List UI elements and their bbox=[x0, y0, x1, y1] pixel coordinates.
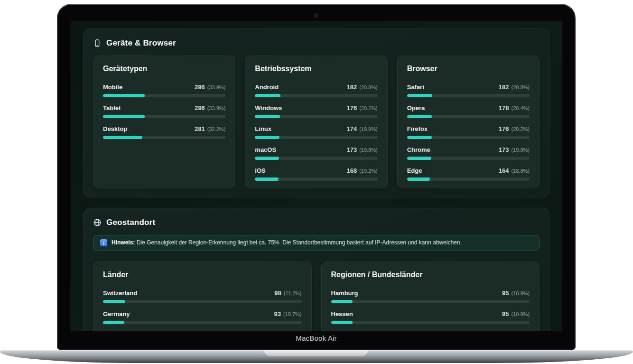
stat-value: 296 bbox=[195, 104, 205, 112]
card-rows: Android 182(20.8%) Windows 176(20.2%) Li… bbox=[255, 83, 377, 181]
progress-bar-fill bbox=[407, 177, 430, 181]
stat-label: Windows bbox=[255, 104, 282, 112]
section-title: Geostandort bbox=[106, 218, 155, 227]
progress-bar-fill bbox=[255, 177, 279, 181]
progress-bar-track bbox=[407, 136, 530, 139]
stat-percent: (19.8%) bbox=[359, 147, 378, 153]
stat-values: 98(11.2%) bbox=[274, 289, 301, 297]
progress-bar-fill bbox=[331, 321, 353, 324]
stat-label: Germany bbox=[103, 310, 130, 317]
stat-label: Edge bbox=[407, 167, 422, 174]
smartphone-icon bbox=[93, 39, 102, 47]
stat-card: Gerätetypen Mobile 296(33.9%) Tablet 296… bbox=[93, 56, 235, 188]
progress-bar-track bbox=[103, 321, 302, 324]
stat-label: Android bbox=[255, 84, 279, 91]
stat-label: Switzerland bbox=[103, 289, 137, 297]
stat-percent: (19.8%) bbox=[511, 147, 530, 153]
card-title: Betriebssystem bbox=[255, 65, 377, 73]
stat-value: 173 bbox=[499, 146, 509, 153]
progress-bar-fill bbox=[407, 115, 432, 118]
progress-bar-fill bbox=[103, 115, 145, 118]
stat-label: Safari bbox=[407, 84, 424, 91]
stat-row-head: Mobile 296(33.9%) bbox=[103, 83, 225, 91]
stat-row-head: Tablet 296(33.9%) bbox=[103, 103, 225, 112]
stat-label: Opera bbox=[407, 104, 425, 112]
lid-opening-notch bbox=[264, 350, 368, 357]
stat-value: 95 bbox=[502, 310, 509, 317]
macbook-base bbox=[0, 350, 633, 363]
progress-bar-fill bbox=[407, 157, 431, 160]
progress-bar-track bbox=[103, 300, 302, 303]
stat-values: 173(19.8%) bbox=[499, 145, 530, 154]
stat-values: 296(33.9%) bbox=[195, 83, 225, 91]
globe-icon bbox=[93, 218, 102, 227]
device-cards-row: Gerätetypen Mobile 296(33.9%) Tablet 296… bbox=[93, 56, 540, 188]
stat-row: Hamburg 95(10.9%) bbox=[331, 289, 530, 303]
stat-values: 281(32.2%) bbox=[195, 124, 225, 133]
stat-row: Tablet 296(33.9%) bbox=[103, 103, 225, 118]
progress-bar-fill bbox=[103, 321, 124, 324]
page-background: Geräte & Browser Gerätetypen Mobile 296(… bbox=[0, 0, 633, 364]
progress-bar-fill bbox=[255, 115, 279, 118]
section-geolocation: Geostandort i Hinweis: Die Genauigkeit d… bbox=[83, 208, 549, 331]
progress-bar-track bbox=[407, 177, 530, 181]
card-title: Browser bbox=[407, 65, 530, 73]
progress-bar-track bbox=[407, 115, 530, 118]
device-model-label: MacBook Air bbox=[58, 334, 575, 342]
progress-bar-fill bbox=[255, 136, 279, 139]
progress-bar-track bbox=[255, 177, 377, 181]
dashboard-screen: Geräte & Browser Gerätetypen Mobile 296(… bbox=[70, 21, 562, 331]
stat-value: 93 bbox=[274, 310, 281, 317]
stat-row-head: Germany 93(10.7%) bbox=[103, 309, 302, 318]
stat-value: 168 bbox=[346, 167, 357, 174]
stat-row-head: Desktop 281(32.2%) bbox=[103, 124, 225, 133]
stat-values: 182(20.8%) bbox=[499, 83, 530, 91]
card-rows: Hamburg 95(10.9%) Hessen 95(10.9%) bbox=[331, 289, 530, 324]
card-title: Gerätetypen bbox=[103, 65, 225, 73]
stat-row: Android 182(20.8%) bbox=[255, 83, 377, 97]
stat-values: 95(10.9%) bbox=[502, 289, 530, 297]
stat-row-head: Switzerland 98(11.2%) bbox=[103, 289, 302, 297]
stat-row: Windows 176(20.2%) bbox=[255, 103, 377, 118]
stat-row: Chrome 173(19.8%) bbox=[407, 145, 530, 160]
stat-row-head: Android 182(20.8%) bbox=[255, 83, 377, 91]
webcam-icon bbox=[315, 14, 318, 17]
stat-value: 164 bbox=[499, 167, 509, 174]
stat-row: Edge 164(18.8%) bbox=[407, 166, 530, 181]
stat-percent: (10.9%) bbox=[511, 290, 530, 296]
stat-row: Germany 93(10.7%) bbox=[103, 309, 302, 324]
stat-values: 168(19.2%) bbox=[346, 166, 377, 175]
stat-card: Länder Switzerland 98(11.2%) Germany 93(… bbox=[93, 261, 312, 331]
progress-bar-fill bbox=[103, 94, 145, 97]
stat-row-head: Windows 176(20.2%) bbox=[255, 103, 377, 112]
stat-row-head: Firefox 176(20.2%) bbox=[407, 124, 530, 133]
stat-row-head: Edge 164(18.8%) bbox=[407, 166, 530, 175]
stat-row-head: Chrome 173(19.8%) bbox=[407, 145, 530, 154]
stat-row: Mobile 296(33.9%) bbox=[103, 83, 225, 97]
stat-card: Browser Safari 182(20.8%) Opera 178(20.4… bbox=[397, 56, 540, 188]
stat-percent: (33.9%) bbox=[207, 105, 226, 111]
stat-percent: (32.2%) bbox=[207, 126, 226, 132]
stat-percent: (20.8%) bbox=[511, 84, 530, 90]
progress-bar-fill bbox=[331, 300, 353, 303]
notice-text: Hinweis: Die Genauigkeit der Region-Erke… bbox=[112, 239, 462, 247]
section-title: Geräte & Browser bbox=[106, 38, 176, 48]
stat-percent: (11.2%) bbox=[284, 290, 302, 296]
geo-cards-row: Länder Switzerland 98(11.2%) Germany 93(… bbox=[93, 261, 540, 331]
stat-value: 182 bbox=[499, 84, 509, 91]
stat-row: Opera 178(20.4%) bbox=[407, 103, 530, 118]
progress-bar-fill bbox=[103, 136, 142, 139]
progress-bar-fill bbox=[407, 136, 432, 139]
progress-bar-track bbox=[103, 115, 225, 118]
stat-value: 98 bbox=[274, 289, 281, 297]
stat-value: 182 bbox=[346, 84, 357, 91]
info-icon: i bbox=[100, 239, 107, 246]
progress-bar-track bbox=[255, 94, 377, 97]
notice-body: Die Genauigkeit der Region-Erkennung lie… bbox=[137, 239, 462, 246]
stat-row-head: Hessen 95(10.9%) bbox=[331, 309, 530, 318]
card-title: Regionen / Bundesländer bbox=[331, 271, 530, 279]
stat-values: 182(20.8%) bbox=[346, 83, 377, 91]
progress-bar-track bbox=[255, 115, 377, 118]
stat-values: 95(10.9%) bbox=[502, 309, 530, 318]
progress-bar-fill bbox=[103, 300, 125, 303]
